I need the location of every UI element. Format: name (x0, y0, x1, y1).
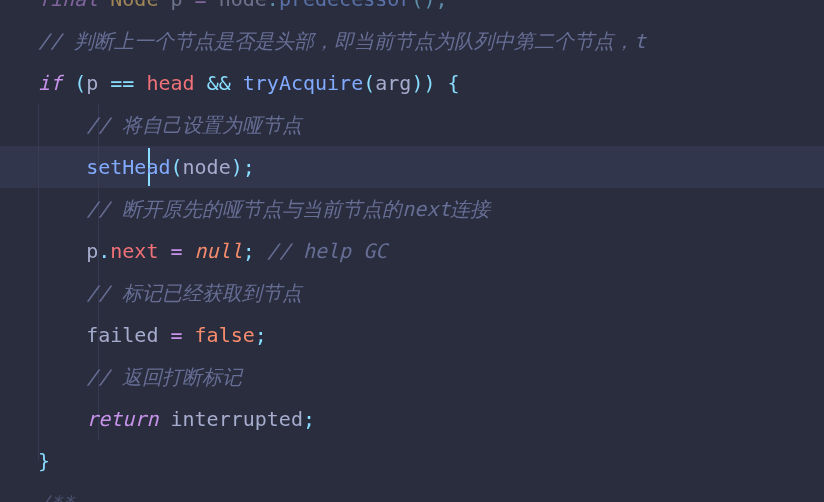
code-line[interactable]: final Node p = node.predecessor(); (38, 0, 824, 20)
code-line[interactable]: // 标记已经获取到节点 (38, 272, 824, 314)
paren-open: ( (74, 71, 86, 95)
code-line[interactable]: failed = false; (38, 314, 824, 356)
arg-node: node (183, 155, 231, 179)
arg: arg (375, 71, 411, 95)
code-line[interactable]: // 返回打断标记 (38, 356, 824, 398)
literal-null: null (195, 239, 243, 263)
field-next: next (110, 239, 158, 263)
comment: // 将自己设置为哑节点 (86, 113, 302, 137)
punc: (); (411, 0, 447, 11)
paren-close: )) (411, 71, 435, 95)
ident-node: node (219, 0, 267, 11)
code-line[interactable]: if (p == head && tryAcquire(arg)) { (38, 62, 824, 104)
var-p: p (170, 0, 182, 11)
keyword-return: return (86, 407, 158, 431)
field-head: head (146, 71, 194, 95)
code-line[interactable]: setHead(node); (38, 146, 824, 188)
type-node: Node (110, 0, 158, 11)
op-andand: && (207, 71, 231, 95)
code-line[interactable]: /** (38, 482, 824, 502)
code-line[interactable]: return interrupted; (38, 398, 824, 440)
brace-close: } (38, 449, 50, 473)
op-assign: = (170, 323, 182, 347)
semicolon: ; (303, 407, 315, 431)
code-block[interactable]: final Node p = node.predecessor();// 判断上… (38, 0, 824, 502)
comment: // 标记已经获取到节点 (86, 281, 302, 305)
code-line[interactable]: p.next = null; // help GC (38, 230, 824, 272)
keyword-final: final (38, 0, 98, 11)
code-line[interactable]: // 将自己设置为哑节点 (38, 104, 824, 146)
op-eqeq: == (110, 71, 134, 95)
code-editor[interactable]: final Node p = node.predecessor();// 判断上… (0, 0, 824, 502)
op-assign: = (170, 239, 182, 263)
close-semi: ); (231, 155, 255, 179)
brace-open: { (448, 71, 460, 95)
comment: // 断开原先的哑节点与当前节点的next连接 (86, 197, 490, 221)
comment: // 判断上一个节点是否是头部，即当前节点为队列中第二个节点，t (38, 29, 646, 53)
ident-p: p (86, 239, 98, 263)
call-set: set (86, 155, 122, 179)
keyword-if: if (38, 71, 62, 95)
semicolon: ; (243, 239, 255, 263)
comment: // help GC (267, 239, 387, 263)
code-line[interactable]: // 断开原先的哑节点与当前节点的next连接 (38, 188, 824, 230)
doc-comment-start: /** (38, 491, 74, 502)
dot: . (267, 0, 279, 11)
call-predecessor: predecessor (279, 0, 411, 11)
paren-open: ( (170, 155, 182, 179)
ident-interrupted: interrupted (170, 407, 302, 431)
call-head: Head (122, 155, 170, 179)
literal-false: false (195, 323, 255, 347)
ident-failed: failed (86, 323, 158, 347)
comment: // 返回打断标记 (86, 365, 242, 389)
dot: . (98, 239, 110, 263)
paren-open: ( (363, 71, 375, 95)
code-line[interactable]: // 判断上一个节点是否是头部，即当前节点为队列中第二个节点，t (38, 20, 824, 62)
call-tryacquire: tryAcquire (243, 71, 363, 95)
code-line[interactable]: } (38, 440, 824, 482)
op-assign: = (195, 0, 207, 11)
semicolon: ; (255, 323, 267, 347)
ident-p: p (86, 71, 98, 95)
